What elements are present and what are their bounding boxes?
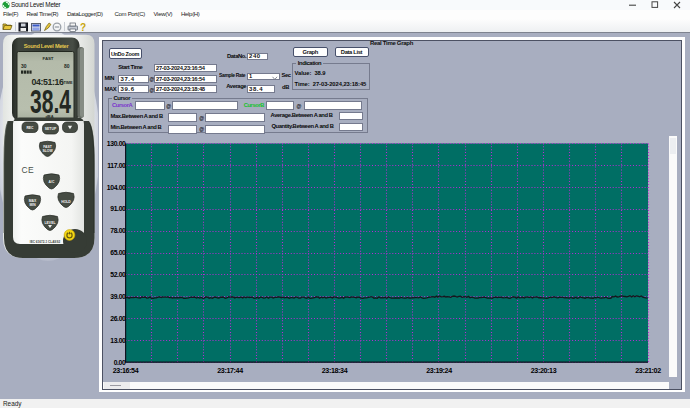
- svg-text:117.00: 117.00: [107, 162, 126, 169]
- svg-text:23:16:54: 23:16:54: [113, 367, 139, 375]
- svg-text:23:19:24: 23:19:24: [426, 367, 452, 375]
- svg-text:23:20:13: 23:20:13: [531, 367, 557, 375]
- svg-text:23:21:02: 23:21:02: [635, 367, 661, 375]
- svg-text:SLOW: SLOW: [42, 149, 53, 153]
- svg-text:52.00: 52.00: [110, 271, 126, 278]
- svg-text:104.00: 104.00: [107, 184, 126, 191]
- svg-text:HOLD: HOLD: [61, 200, 71, 204]
- svg-text:IEC 61672-1 CLASS2: IEC 61672-1 CLASS2: [30, 240, 61, 244]
- svg-text:78.00: 78.00: [110, 227, 126, 234]
- svg-text:91.00: 91.00: [110, 205, 126, 212]
- svg-text:A/C: A/C: [49, 180, 55, 184]
- svg-text:65.00: 65.00: [110, 249, 126, 256]
- svg-text:39.00: 39.00: [110, 293, 126, 300]
- svg-text:23:18:34: 23:18:34: [322, 367, 348, 375]
- svg-text:FAST: FAST: [43, 56, 54, 61]
- svg-text:23:17:44: 23:17:44: [217, 367, 243, 375]
- svg-text:30: 30: [21, 63, 27, 69]
- svg-text:0.00: 0.00: [114, 359, 126, 366]
- svg-text:Sound Level Meter: Sound Level Meter: [24, 43, 70, 49]
- svg-text:LEVEL: LEVEL: [45, 221, 56, 225]
- svg-text:REC: REC: [26, 126, 34, 130]
- svg-text:80: 80: [64, 63, 70, 69]
- svg-text:130.00: 130.00: [107, 140, 126, 147]
- svg-text:SETUP: SETUP: [45, 127, 57, 131]
- svg-text:MIN: MIN: [29, 203, 36, 207]
- svg-text:CE: CE: [22, 165, 35, 175]
- svg-text:13.00: 13.00: [110, 337, 126, 344]
- svg-text:26.00: 26.00: [110, 315, 126, 322]
